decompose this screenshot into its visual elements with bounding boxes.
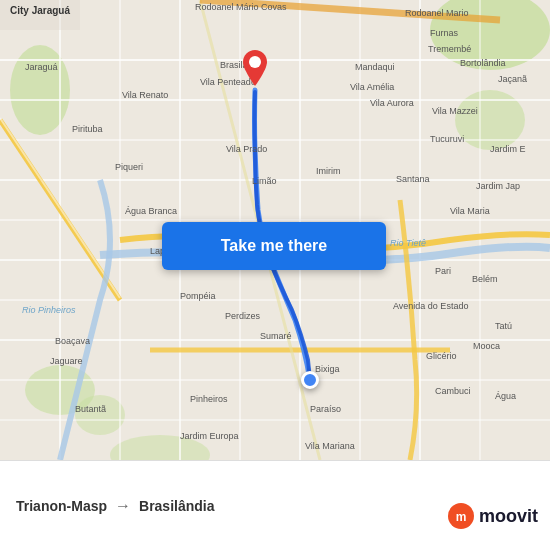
- svg-point-5: [110, 435, 210, 460]
- map-container: City Jaraguá Rodoanel Mário Covas Rodoan…: [0, 0, 550, 460]
- moovit-logo: m moovit: [447, 502, 538, 530]
- moovit-logo-icon: m: [447, 502, 475, 530]
- bottom-bar: Trianon-Masp → Brasilândia m moovit: [0, 460, 550, 550]
- svg-rect-28: [0, 0, 80, 30]
- destination-marker: [243, 50, 267, 90]
- origin-label: Trianon-Masp: [16, 498, 107, 514]
- svg-text:m: m: [456, 510, 467, 524]
- svg-point-29: [249, 56, 261, 68]
- moovit-logo-text: moovit: [479, 506, 538, 527]
- destination-label: Brasilândia: [139, 498, 214, 514]
- origin-marker: [301, 371, 319, 389]
- svg-point-4: [75, 395, 125, 435]
- take-me-there-button[interactable]: Take me there: [162, 222, 386, 270]
- route-arrow-icon: →: [115, 497, 131, 515]
